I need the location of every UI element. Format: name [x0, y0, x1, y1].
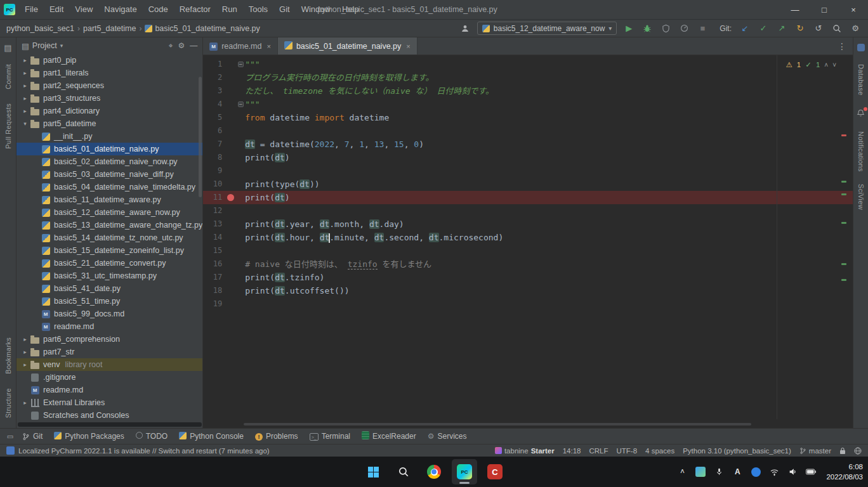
tree-item-readme-md[interactable]: Mreadme.md [16, 384, 202, 396]
toolwindow-services[interactable]: ⚙Services [422, 429, 473, 444]
tree-item-external-libraries[interactable]: ▸External Libraries [16, 396, 202, 409]
tree-item-basic5-15-datetime-zoneinfo-list-py[interactable]: basic5_15_datetime_zoneinfo_list.py [16, 244, 202, 257]
prev-problem-icon[interactable]: ˄ [824, 62, 828, 68]
line-separator-widget[interactable]: CRLF [589, 447, 608, 455]
git-update-button[interactable]: ↙ [739, 22, 751, 35]
tree-item-basic5-31-utc-timestamp-py[interactable]: basic5_31_utc_timestamp.py [16, 269, 202, 282]
tree-item-basic5-13-datetime-aware-change-tz-py[interactable]: basic5_13_datetime_aware_change_tz.py [16, 219, 202, 231]
tree-item-basic5-41-date-py[interactable]: basic5_41_date.py [16, 282, 202, 295]
microphone-icon[interactable] [713, 466, 725, 477]
run-button[interactable]: ▶ [622, 22, 635, 35]
menu-view[interactable]: View [69, 0, 98, 19]
tree-item-basic5-03-datetime-naive-diff-py[interactable]: basic5_03_datetime_naive_diff.py [16, 168, 202, 181]
chevron-right-icon[interactable]: ▸ [20, 336, 30, 342]
tree-item-basic5-21-datetime-convert-py[interactable]: basic5_21_datetime_convert.py [16, 257, 202, 269]
stripe-label-bookmarks[interactable]: Bookmarks [4, 337, 12, 374]
line-number[interactable]: 18 [203, 284, 225, 297]
tree-item-readme-md[interactable]: Mreadme.md [16, 320, 202, 333]
tray-blue-app-icon[interactable] [750, 466, 761, 477]
breakpoint-icon[interactable] [225, 191, 236, 204]
coverage-button[interactable] [659, 22, 672, 35]
project-horizontal-scrollbar[interactable] [18, 422, 202, 427]
hide-panel-icon[interactable]: — [190, 41, 197, 50]
toolwindow-python-packages[interactable]: Python Packages [48, 429, 129, 444]
tabnine-widget[interactable]: tabnine Starter [495, 447, 555, 455]
profiler-button[interactable] [678, 22, 690, 35]
stripe-label-sciview[interactable]: SciView [857, 184, 865, 210]
close-icon[interactable]: × [406, 42, 410, 50]
start-button[interactable] [360, 459, 386, 484]
interpreter-widget[interactable]: Python 3.10 (python_basic_sec1) [683, 447, 791, 455]
tree-item-basic5-12-datetime-aware-now-py[interactable]: basic5_12_datetime_aware_now.py [16, 206, 202, 219]
tree-item-part2-sequences[interactable]: ▸part2_sequences [16, 79, 202, 92]
git-branch-widget[interactable]: master [799, 447, 831, 455]
menu-git[interactable]: Git [273, 0, 296, 19]
breadcrumb-item-basic5-01-datetime-naive-py[interactable]: basic5_01_datetime_naive.py [145, 24, 260, 33]
menu-run[interactable]: Run [216, 0, 243, 19]
line-number[interactable]: 10 [203, 178, 225, 191]
line-number[interactable]: 16 [203, 257, 225, 271]
line-number[interactable]: 12 [203, 204, 225, 218]
clock-widget[interactable]: 14:18 [563, 447, 581, 455]
status-message[interactable]: Localized PyCharm 2022.1.1 is available … [6, 446, 270, 455]
project-view-label[interactable]: Project [32, 41, 57, 50]
code-line-10[interactable]: 10print(type(dt)) [203, 178, 853, 191]
line-number[interactable]: 6 [203, 124, 225, 138]
database-toolwindow-icon[interactable] [856, 42, 866, 53]
line-number[interactable]: 5 [203, 111, 225, 124]
status-message-text[interactable]: Localized PyCharm 2022.1.1 is available … [18, 447, 270, 455]
menu-navigate[interactable]: Navigate [98, 0, 142, 19]
code-line-5[interactable]: 5from datetime import datetime [203, 111, 853, 124]
notifications-bell-icon[interactable] [856, 108, 866, 119]
toolwindow-python-console[interactable]: Python Console [173, 429, 249, 444]
chevron-right-icon[interactable]: ▸ [20, 82, 30, 89]
git-push-button[interactable]: ↗ [775, 22, 788, 35]
line-number[interactable]: 17 [203, 271, 225, 284]
toolwindow-todo[interactable]: TODO [130, 429, 173, 444]
tray-chevron-up-icon[interactable]: ˄ [676, 466, 688, 477]
chevron-right-icon[interactable]: ▸ [20, 361, 30, 368]
inspections-widget[interactable]: ⚠1 ✓1 ˄ ˅ [786, 60, 836, 69]
tree-item-basic5-02-datetime-naive-now-py[interactable]: basic5_02_datetime_naive_now.py [16, 155, 202, 168]
user-avatar-icon[interactable] [459, 22, 471, 35]
toolwindow-problems[interactable]: !Problems [249, 429, 304, 444]
line-number[interactable]: 15 [203, 244, 225, 257]
tree-item-basic5-14-datetime-tz-none-utc-py[interactable]: basic5_14_datetime_tz_none_utc.py [16, 231, 202, 244]
code-line-2[interactable]: 2プログラム実行時の現在の日付時刻を取得します。 [203, 71, 853, 84]
stripe-label-database[interactable]: Database [857, 64, 865, 96]
tree-item-part1-literals[interactable]: ▸part1_literals [16, 67, 202, 79]
locate-file-icon[interactable]: ⌖ [169, 41, 173, 50]
close-button[interactable]: × [839, 0, 868, 19]
code-line-6[interactable]: 6 [203, 124, 853, 138]
chevron-right-icon[interactable]: ▸ [20, 95, 30, 101]
close-icon[interactable]: × [266, 42, 270, 50]
chevron-right-icon[interactable]: ▸ [20, 349, 30, 355]
line-number[interactable]: 2 [203, 71, 225, 84]
tree-item-part4-dictionary[interactable]: ▸part4_dictionary [16, 105, 202, 117]
project-toolwindow-icon[interactable]: ▤ [3, 42, 13, 53]
tree-item-part6-comprehension[interactable]: ▸part6_comprehension [16, 333, 202, 346]
code-line-11[interactable]: 11print(dt) [203, 191, 853, 204]
lock-icon[interactable] [839, 447, 846, 455]
settings-gear-icon[interactable]: ⚙ [178, 41, 185, 50]
chrome-icon[interactable] [421, 459, 447, 484]
editor-options-icon[interactable]: ⋮ [838, 37, 853, 55]
toolwindow-terminal[interactable]: >_Terminal [304, 429, 356, 444]
stripe-label-notifications[interactable]: Notifications [857, 131, 865, 172]
globe-icon[interactable] [854, 447, 862, 455]
code-line-16[interactable]: 16# naive な日付時刻は、 tzinfo を有しません [203, 257, 853, 271]
chevron-right-icon[interactable]: ▸ [20, 108, 30, 114]
menu-file[interactable]: File [19, 0, 44, 19]
code-line-18[interactable]: 18print(dt.utcoffset()) [203, 284, 853, 297]
code-line-14[interactable]: 14print(dt.hour, dt.minute, dt.second, d… [203, 231, 853, 244]
line-number[interactable]: 4 [203, 98, 225, 111]
tree-item-basic5-11-datetime-aware-py[interactable]: basic5_11_datetime_aware.py [16, 193, 202, 206]
tree-item-init-py[interactable]: __init__.py [16, 130, 202, 143]
code-line-12[interactable]: 12 [203, 204, 853, 218]
chevron-right-icon[interactable]: ▸ [20, 57, 30, 63]
menu-code[interactable]: Code [143, 0, 174, 19]
code-editor[interactable]: 1−"""2プログラム実行時の現在の日付時刻を取得します。3ただし、 timez… [203, 55, 853, 428]
taskbar-clock[interactable]: 6:08 2022/08/03 [826, 462, 863, 482]
tree-item-basic5-04-datetime-naive-timedelta-py[interactable]: basic5_04_datetime_naive_timedelta.py [16, 181, 202, 193]
line-number[interactable]: 14 [203, 231, 225, 244]
